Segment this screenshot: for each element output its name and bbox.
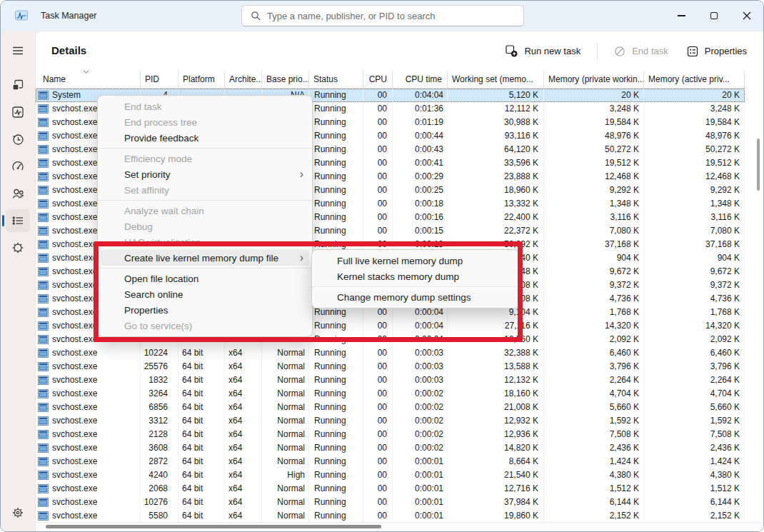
table-row[interactable]: svchost.exe 3608 64 bit x64 Normal Runni… <box>36 441 745 455</box>
cell-memory-active: 9,672 K <box>644 265 745 278</box>
cell-working-set: 33,596 K <box>448 156 544 170</box>
context-menu-item[interactable]: Go to service(s) › <box>98 318 312 333</box>
cell-cpu: 00 <box>363 129 393 143</box>
column-header[interactable]: CPU <box>363 71 393 88</box>
column-header[interactable]: Platform <box>179 71 225 88</box>
cell-cpu-time: 0:04:04 <box>393 89 448 102</box>
cell-memory-private: 37,168 K <box>544 238 644 251</box>
column-header[interactable]: CPU time <box>393 71 448 88</box>
context-menu-item[interactable]: › <box>98 148 312 149</box>
cell-memory-private: 14,320 K <box>544 319 644 333</box>
cell-memory-private: 19,512 K <box>544 156 644 170</box>
table-row[interactable]: svchost.exe 25576 64 bit x64 Normal Runn… <box>36 360 745 373</box>
table-row[interactable]: svchost.exe 3264 64 bit x64 Normal Runni… <box>36 387 745 401</box>
column-header[interactable]: Status <box>309 71 363 88</box>
table-header: Name PID Platform <box>36 71 745 89</box>
cell-memory-active: 2,152 K <box>644 509 745 523</box>
app-icon <box>38 104 49 114</box>
horizontal-scrollbar-thumb[interactable] <box>46 525 381 528</box>
context-menu-item[interactable]: Set affinity › <box>98 182 312 198</box>
submenu-item[interactable] <box>312 286 520 287</box>
column-header[interactable]: Archite... <box>225 71 262 88</box>
cell-memory-private: 5,660 K <box>544 401 644 414</box>
submenu-item[interactable]: Change memory dump settings <box>312 289 520 305</box>
cell-working-set: 16,560 K <box>448 333 544 346</box>
context-menu-item[interactable]: UAC virtualization › <box>98 234 312 250</box>
table-row[interactable]: svchost.exe 2872 64 bit x64 Normal Runni… <box>36 455 745 468</box>
submenu-item[interactable]: Full live kernel memory dump <box>312 253 520 268</box>
cell-cpu-time: 0:00:02 <box>393 401 448 414</box>
column-header[interactable]: Memory (private workin... <box>544 71 644 88</box>
search-input[interactable] <box>267 11 503 21</box>
cell-pid: 1832 <box>141 373 179 387</box>
table-row[interactable]: svchost.exe 10224 64 bit x64 Normal Runn… <box>36 346 745 360</box>
context-menu-item[interactable]: › <box>98 200 312 201</box>
run-new-task-button[interactable]: Run new task <box>498 41 588 61</box>
sidebar-item-details[interactable] <box>6 209 30 232</box>
context-menu-item[interactable]: Properties › <box>98 302 312 318</box>
cell-name: svchost.exe <box>36 509 141 523</box>
sidebar-item-app-history[interactable] <box>6 128 30 151</box>
app-icon <box>38 348 49 358</box>
cell-cpu-time: 0:00:02 <box>393 441 448 455</box>
search-box[interactable] <box>241 5 524 26</box>
app-icon <box>38 240 49 249</box>
sidebar-item-services[interactable] <box>6 236 30 259</box>
cell-memory-private: 9,672 K <box>544 265 644 278</box>
cell-base-priority: Normal <box>262 401 309 414</box>
vertical-scrollbar-thumb[interactable] <box>757 139 760 191</box>
column-header[interactable]: Name <box>36 71 141 88</box>
context-menu-item[interactable]: Efficiency mode › <box>98 151 312 166</box>
cell-memory-active: 2,264 K <box>644 373 745 387</box>
cell-pid: 3264 <box>141 387 179 401</box>
minimize-button[interactable] <box>665 1 698 31</box>
cell-cpu: 00 <box>363 428 393 441</box>
context-menu-item[interactable]: Analyze wait chain › <box>98 203 312 219</box>
context-menu-item[interactable]: Open file location › <box>98 271 312 286</box>
table-row[interactable]: svchost.exe 3312 64 bit x64 Normal Runni… <box>36 414 745 428</box>
table-row[interactable]: svchost.exe 5580 64 bit x64 Normal Runni… <box>36 509 745 523</box>
properties-button[interactable]: Properties <box>679 41 755 61</box>
context-menu-item[interactable]: End task › <box>98 99 312 114</box>
column-header[interactable]: Base prio... <box>262 71 309 88</box>
end-task-button[interactable]: End task <box>606 41 676 61</box>
table-row[interactable]: svchost.exe 6856 64 bit x64 Normal Runni… <box>36 401 745 414</box>
cell-platform: 64 bit <box>179 360 225 373</box>
context-menu-item[interactable]: Create live kernel memory dump file › <box>101 250 309 266</box>
column-header[interactable]: Working set (memo... <box>448 71 544 88</box>
settings-button[interactable] <box>6 501 30 524</box>
context-menu-item[interactable]: End process tree › <box>98 114 312 130</box>
table-row[interactable]: svchost.exe 1832 64 bit x64 Normal Runni… <box>36 373 745 387</box>
context-menu-item[interactable]: Set priority › <box>98 166 312 182</box>
table-row[interactable]: svchost.exe 4240 64 bit x64 High Running… <box>36 468 745 482</box>
cell-pid: 3608 <box>141 441 179 455</box>
context-menu-item[interactable]: › <box>98 268 312 268</box>
cell-memory-active: 5,660 K <box>644 401 745 414</box>
cell-memory-active: 1,424 K <box>644 455 745 468</box>
column-header[interactable]: PID <box>141 71 179 88</box>
cell-cpu: 00 <box>363 468 393 482</box>
hamburger-menu-icon[interactable] <box>6 39 30 62</box>
sidebar-item-performance[interactable] <box>6 101 30 124</box>
submenu-item[interactable]: Kernel stacks memory dump <box>312 268 520 284</box>
context-menu-item[interactable]: Provide feedback › <box>98 130 312 146</box>
cell-status: Running <box>309 211 363 224</box>
cell-working-set: 64,120 K <box>448 143 544 156</box>
context-menu-item[interactable]: Search online › <box>98 286 312 302</box>
table-row[interactable]: svchost.exe 2128 64 bit x64 Normal Runni… <box>36 428 745 441</box>
context-menu-item[interactable]: Debug › <box>98 219 312 234</box>
cell-platform: 64 bit <box>179 441 225 455</box>
sidebar-item-processes[interactable] <box>6 74 30 96</box>
table-row[interactable]: svchost.exe 2068 64 bit x64 Normal Runni… <box>36 482 745 496</box>
column-header[interactable]: Memory (active priv... <box>644 71 745 88</box>
sidebar-item-users[interactable] <box>6 182 30 205</box>
close-button[interactable] <box>730 1 763 31</box>
cell-cpu-time: 0:00:02 <box>393 428 448 441</box>
sidebar-item-startup-apps[interactable] <box>6 155 30 178</box>
maximize-button[interactable] <box>698 1 730 31</box>
cell-status: Running <box>309 428 363 441</box>
cell-memory-active: 14,320 K <box>644 319 745 333</box>
cell-cpu-time: 0:00:18 <box>393 197 448 211</box>
table-row[interactable]: svchost.exe 10276 64 bit x64 Normal Runn… <box>36 496 745 509</box>
cell-status: Running <box>309 401 363 414</box>
